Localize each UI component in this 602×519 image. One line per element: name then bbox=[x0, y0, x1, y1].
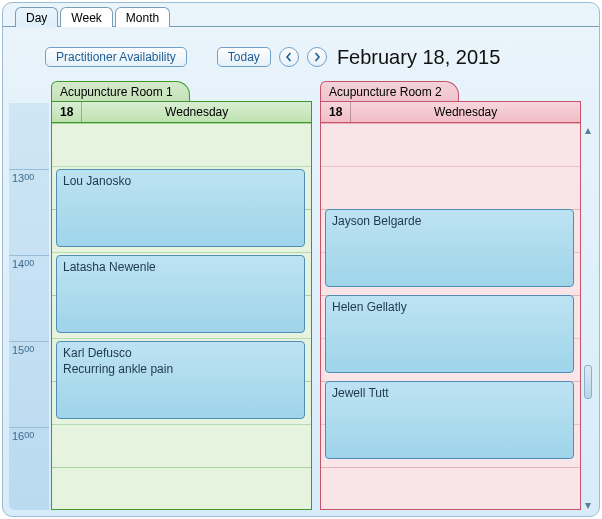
chevron-right-icon bbox=[312, 52, 322, 62]
room-day-header: 18Wednesday bbox=[320, 101, 581, 123]
room-body[interactable]: Jayson BelgardeHelen GellatlyJewell Tutt bbox=[320, 123, 581, 510]
room-body[interactable]: Lou JanoskoLatasha NewenleKarl DefuscoRe… bbox=[51, 123, 312, 510]
tab-day[interactable]: Day bbox=[15, 7, 58, 27]
today-button[interactable]: Today bbox=[217, 47, 271, 67]
scroll-up-icon[interactable]: ▴ bbox=[583, 125, 593, 135]
room-column: Acupuncture Room 218WednesdayJayson Belg… bbox=[320, 79, 581, 510]
day-name: Wednesday bbox=[82, 105, 311, 119]
appointment[interactable]: Helen Gellatly bbox=[325, 295, 574, 373]
time-axis: 1300140015001600 bbox=[9, 103, 49, 510]
day-name: Wednesday bbox=[351, 105, 580, 119]
tab-month[interactable]: Month bbox=[115, 7, 170, 27]
appointment-title: Karl Defusco bbox=[63, 346, 132, 360]
time-label: 1300 bbox=[9, 169, 49, 255]
appointment-title: Latasha Newenle bbox=[63, 260, 156, 274]
scroll-thumb[interactable] bbox=[584, 365, 592, 399]
view-tabs: Day Week Month bbox=[15, 3, 170, 27]
practitioner-availability-button[interactable]: Practitioner Availability bbox=[45, 47, 187, 67]
chevron-left-icon bbox=[284, 52, 294, 62]
calendar-panel: Day Week Month Practitioner Availability… bbox=[2, 2, 600, 517]
appointment-title: Helen Gellatly bbox=[332, 300, 407, 314]
schedule-area: 1300140015001600 Acupuncture Room 118Wed… bbox=[9, 79, 593, 510]
appointment-title: Jewell Tutt bbox=[332, 386, 389, 400]
tab-week[interactable]: Week bbox=[60, 7, 112, 27]
time-label: 1400 bbox=[9, 255, 49, 341]
appointment[interactable]: Latasha Newenle bbox=[56, 255, 305, 333]
room-title: Acupuncture Room 2 bbox=[320, 81, 459, 101]
day-number: 18 bbox=[321, 102, 351, 122]
appointment-title: Jayson Belgarde bbox=[332, 214, 421, 228]
room-day-header: 18Wednesday bbox=[51, 101, 312, 123]
appointment-subtitle: Recurring ankle pain bbox=[63, 362, 298, 376]
appointment[interactable]: Jayson Belgarde bbox=[325, 209, 574, 287]
room-column: Acupuncture Room 118WednesdayLou Janosko… bbox=[51, 79, 312, 510]
appointment[interactable]: Lou Janosko bbox=[56, 169, 305, 247]
day-number: 18 bbox=[52, 102, 82, 122]
time-label: 1600 bbox=[9, 427, 49, 513]
room-title: Acupuncture Room 1 bbox=[51, 81, 190, 101]
current-date-title: February 18, 2015 bbox=[337, 46, 500, 69]
time-label: 1500 bbox=[9, 341, 49, 427]
appointment[interactable]: Jewell Tutt bbox=[325, 381, 574, 459]
scroll-down-icon[interactable]: ▾ bbox=[583, 500, 593, 510]
prev-day-button[interactable] bbox=[279, 47, 299, 67]
appointment[interactable]: Karl DefuscoRecurring ankle pain bbox=[56, 341, 305, 419]
toolbar: Practitioner Availability Today February… bbox=[45, 43, 589, 71]
room-tab[interactable]: Acupuncture Room 1 bbox=[51, 79, 312, 101]
rooms-container: Acupuncture Room 118WednesdayLou Janosko… bbox=[51, 79, 581, 510]
room-tab[interactable]: Acupuncture Room 2 bbox=[320, 79, 581, 101]
vertical-scrollbar[interactable]: ▴ ▾ bbox=[583, 125, 593, 510]
appointment-title: Lou Janosko bbox=[63, 174, 131, 188]
next-day-button[interactable] bbox=[307, 47, 327, 67]
